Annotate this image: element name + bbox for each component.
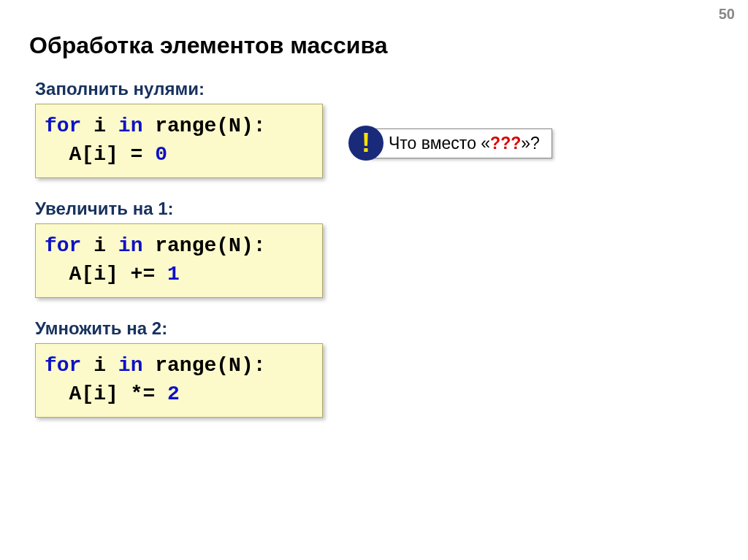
code-text: range(N): bbox=[142, 115, 265, 137]
slide-title: Обработка элементов массива bbox=[29, 32, 388, 59]
code-keyword-in: in bbox=[118, 115, 143, 137]
code-number: 1 bbox=[167, 263, 180, 285]
callout-text-after: »? bbox=[521, 134, 540, 153]
code-block-increment: for i in range(N): A[i] += 1 bbox=[35, 223, 323, 298]
page-number: 50 bbox=[719, 6, 735, 23]
code-text: A[i] += bbox=[45, 263, 167, 285]
section-label-fill-zeros: Заполнить нулями: bbox=[35, 79, 323, 99]
exclamation-icon: ! bbox=[348, 126, 383, 161]
code-text: A[i] *= bbox=[45, 383, 167, 405]
code-text: A[i] = bbox=[45, 143, 155, 166]
code-text: i bbox=[81, 234, 118, 257]
section-fill-zeros: Заполнить нулями: for i in range(N): A[i… bbox=[35, 79, 323, 178]
code-keyword-for: for bbox=[45, 234, 81, 257]
code-text: i bbox=[81, 354, 118, 377]
callout-accent: ??? bbox=[490, 134, 521, 153]
code-keyword-for: for bbox=[45, 115, 81, 137]
code-keyword-for: for bbox=[45, 354, 81, 377]
callout: ! Что вместо «???»? bbox=[348, 126, 552, 161]
code-keyword-in: in bbox=[118, 234, 143, 257]
code-text: i bbox=[81, 115, 118, 137]
section-label-multiply: Умножить на 2: bbox=[35, 318, 323, 339]
code-block-multiply: for i in range(N): A[i] *= 2 bbox=[35, 343, 323, 418]
callout-text-before: Что вместо « bbox=[389, 134, 490, 153]
code-text: range(N): bbox=[142, 234, 265, 257]
code-keyword-in: in bbox=[118, 354, 143, 377]
section-label-increment: Увеличить на 1: bbox=[35, 199, 323, 219]
code-text: range(N): bbox=[142, 354, 265, 377]
code-number: 0 bbox=[155, 143, 167, 166]
code-number: 2 bbox=[167, 383, 180, 405]
section-multiply: Умножить на 2: for i in range(N): A[i] *… bbox=[35, 318, 323, 418]
code-block-fill-zeros: for i in range(N): A[i] = 0 bbox=[35, 104, 323, 178]
section-increment: Увеличить на 1: for i in range(N): A[i] … bbox=[35, 199, 323, 298]
callout-box: Что вместо «???»? bbox=[367, 129, 552, 158]
